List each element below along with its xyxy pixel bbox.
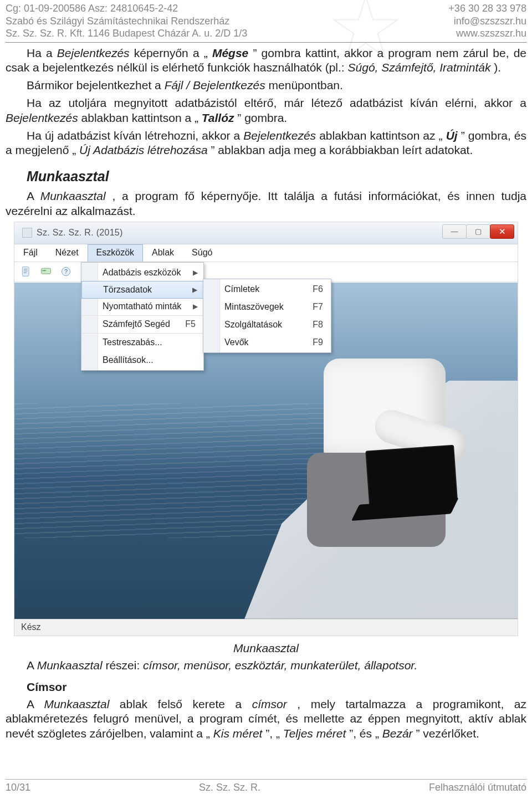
- menu-fajl[interactable]: Fájl: [14, 244, 47, 262]
- page-footer: 10/31 Sz. Sz. Sz. R. Felhasználói útmuta…: [6, 779, 526, 793]
- dd-shortcut: F6: [313, 284, 323, 294]
- dd-beallitasok[interactable]: Beállítások...: [81, 351, 203, 369]
- text: ablak felső kerete a: [120, 698, 252, 710]
- text: Bármikor bejelentkezhet a: [27, 79, 165, 91]
- window-title: Sz. Sz. Sz. R. (2015): [37, 228, 123, 238]
- paragraph-1: Ha a Bejelentkezés képernyőn a „ Mégse ”…: [6, 46, 526, 75]
- app-screenshot: Sz. Sz. Sz. R. (2015) — ▢ ✕ Fájl Nézet E…: [14, 222, 518, 636]
- italic-text: Bejelentkezés: [6, 111, 78, 124]
- svg-rect-4: [24, 273, 27, 273]
- toolbar-help-icon[interactable]: ?: [60, 265, 72, 278]
- sm-szolgaltatasok[interactable]: Szolgáltatások F8: [203, 316, 331, 334]
- text: A: [27, 659, 37, 672]
- text: ”, és „: [349, 727, 379, 740]
- window-titlebar[interactable]: Sz. Sz. Sz. R. (2015) — ▢ ✕: [14, 222, 518, 244]
- dd-szamfejto-seged[interactable]: Számfejtő Segéd F5: [81, 316, 203, 334]
- text: A: [27, 189, 40, 202]
- paragraph-5: A Munkaasztal , a program fő képernyője.…: [6, 189, 526, 218]
- bold-italic-text: Tallóz: [202, 111, 234, 124]
- italic-text: címsor, menüsor, eszköztár, munkaterület…: [143, 659, 417, 672]
- menu-bar: Fájl Nézet Eszközök Ablak Súgó: [14, 244, 518, 262]
- italic-text: Bejelentkezés: [57, 47, 130, 59]
- svg-rect-2: [24, 269, 28, 269]
- close-icon: ✕: [499, 227, 506, 237]
- italic-text: Bejelentkezés: [243, 129, 316, 142]
- footer-page-number: 10/31: [6, 782, 30, 793]
- italic-text: Bezár: [382, 727, 413, 740]
- dd-label: Nyomtatható minták: [103, 301, 181, 311]
- italic-text: Munkaasztal: [44, 698, 109, 710]
- sm-mintaszovegek[interactable]: Mintaszövegek F7: [203, 298, 331, 316]
- italic-text: Fájl / Bejelentkezés: [165, 79, 265, 91]
- paragraph-4: Ha új adatbázist kíván létrehozni, akkor…: [6, 129, 526, 158]
- dd-shortcut: F7: [313, 302, 323, 312]
- menu-sugo[interactable]: Súgó: [183, 244, 221, 262]
- figure-caption: Munkaasztal: [6, 642, 526, 655]
- dd-label: Számfejtő Segéd: [103, 319, 170, 329]
- close-button[interactable]: ✕: [490, 224, 514, 239]
- header-right-block: +36 30 28 33 978 info@szszszr.hu www.szs…: [448, 2, 526, 40]
- sm-cimletek[interactable]: Címletek F6: [203, 280, 331, 298]
- text: A: [27, 698, 44, 710]
- maximize-button[interactable]: ▢: [466, 224, 490, 239]
- text: Ha a: [27, 47, 57, 59]
- text: ” gombra.: [237, 111, 287, 124]
- bold-italic-text: Új: [446, 129, 458, 142]
- subsection-heading-cimsor: Címsor: [27, 680, 526, 694]
- footer-doc-title: Felhasználói útmutató: [429, 782, 526, 793]
- header-left-block: Cg: 01-09-200586 Asz: 24810645-2-42 Szab…: [6, 2, 247, 40]
- paragraph-7: A Munkaasztal ablak felső kerete a címso…: [6, 697, 526, 741]
- italic-text: Munkaasztal: [40, 189, 106, 202]
- toolbar-doc-icon[interactable]: [20, 265, 32, 278]
- text: ” ablakban adja meg a korábbiakban leírt…: [211, 144, 473, 156]
- italic-text: Új Adatbázis létrehozása: [79, 144, 208, 156]
- maximize-icon: ▢: [475, 227, 482, 235]
- dd-torzsadatok[interactable]: Törzsadatok ▶: [81, 281, 203, 299]
- menu-eszkozok[interactable]: Eszközök: [88, 244, 143, 262]
- text: ablakban kattintson az „: [319, 129, 442, 142]
- status-bar: Kész: [14, 619, 518, 636]
- svg-text:?: ?: [64, 268, 68, 275]
- dd-nyomtathato-mintak[interactable]: Nyomtatható minták ▶: [81, 298, 203, 316]
- text: menüpontban.: [269, 79, 343, 91]
- dd-testreszabas[interactable]: Testreszabás...: [81, 334, 203, 351]
- dd-label: Szolgáltatások: [224, 320, 282, 330]
- toolbar-card-icon[interactable]: [40, 265, 52, 278]
- text: Ha új adatbázist kíván létrehozni, akkor…: [27, 129, 243, 142]
- paragraph-6: A Munkaasztal részei: címsor, menüsor, e…: [6, 658, 526, 673]
- dd-label: Vevők: [224, 337, 249, 347]
- text: ” vezérlőket.: [416, 727, 479, 740]
- text: Ha az utoljára megnyitott adatbázistól e…: [27, 96, 526, 109]
- svg-rect-6: [42, 270, 46, 272]
- text: képernyőn a „: [134, 47, 208, 59]
- paragraph-3: Ha az utoljára megnyitott adatbázistól e…: [6, 96, 526, 125]
- dd-label: Adatbázis eszközök: [103, 268, 181, 278]
- person-illustration: [290, 358, 479, 547]
- sm-vevok[interactable]: Vevők F9: [203, 334, 331, 351]
- minimize-icon: —: [451, 227, 458, 235]
- dd-shortcut: F8: [313, 320, 323, 330]
- dd-label: Testreszabás...: [103, 337, 162, 347]
- app-icon: [22, 228, 32, 238]
- dd-shortcut: F9: [313, 337, 323, 347]
- menu-ablak[interactable]: Ablak: [143, 244, 183, 262]
- italic-text: Súgó, Számfejtő, Iratminták: [348, 61, 491, 74]
- dd-shortcut: F5: [185, 319, 196, 329]
- dropdown-eszkozok: Adatbázis eszközök ▶ Törzsadatok ▶ Nyomt…: [81, 262, 204, 371]
- chevron-right-icon: ▶: [193, 303, 198, 310]
- menu-nezet[interactable]: Nézet: [47, 244, 88, 262]
- italic-text: Teljes méret: [283, 727, 346, 740]
- footer-center: Sz. Sz. Sz. R.: [199, 782, 260, 793]
- dd-label: Törzsadatok: [103, 285, 152, 295]
- italic-text: Kis méret: [213, 727, 263, 740]
- minimize-button[interactable]: —: [442, 224, 467, 239]
- status-text: Kész: [21, 622, 41, 632]
- page-header: Cg: 01-09-200586 Asz: 24810645-2-42 Szab…: [6, 0, 526, 43]
- dd-label: Mintaszövegek: [224, 302, 284, 312]
- chevron-right-icon: ▶: [193, 269, 198, 276]
- dd-adatbazis-eszkozok[interactable]: Adatbázis eszközök ▶: [81, 264, 203, 281]
- submenu-torzsadatok: Címletek F6 Mintaszövegek F7 Szolgáltatá…: [203, 279, 331, 353]
- paragraph-2: Bármikor bejelentkezhet a Fájl / Bejelen…: [6, 78, 526, 93]
- laptop-illustration: [365, 443, 475, 528]
- italic-text: címsor: [252, 698, 287, 710]
